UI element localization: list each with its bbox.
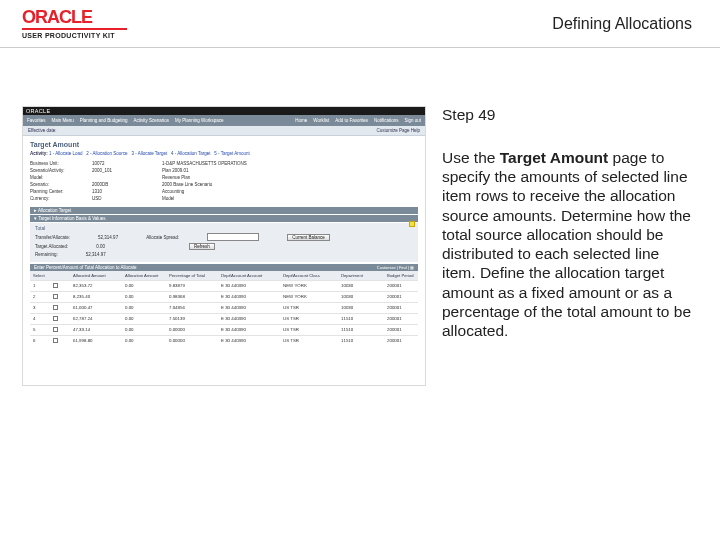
table-row: 361,000.470.007.04856E 30 440390US TSR10… [30, 302, 418, 313]
row-cell: 200001 [387, 316, 426, 322]
row-cell: US TSR [283, 338, 339, 344]
row-checkbox[interactable] [53, 294, 71, 300]
ss-field-label: Scenario/Activity: [30, 168, 92, 173]
ss-table-tools[interactable]: Customize | Find | ▦ [377, 265, 414, 270]
ss-col[interactable]: Dept/Account Class [283, 273, 339, 278]
ss-subbar: Effective date: Customize Page Help [23, 126, 425, 136]
row-cell: 9.83879 [169, 283, 219, 289]
row-cell: 61,998.80 [73, 338, 123, 344]
ss-crumb-step[interactable]: 2 - Allocation Source [86, 151, 127, 156]
row-cell: 0.00000 [169, 338, 219, 344]
ss-nav-item[interactable]: Main Menu [52, 118, 74, 123]
refresh-button[interactable]: Refresh [189, 243, 215, 250]
row-index: 1 [33, 283, 51, 289]
ss-brand-bar: ORACLE [23, 107, 425, 115]
row-cell: 200001 [387, 327, 426, 333]
note-icon[interactable] [409, 221, 415, 227]
current-balance-button[interactable]: Current Balance [287, 234, 330, 241]
ss-field-value: USD [92, 196, 162, 201]
ss-label: Allocate Spread: [146, 235, 179, 240]
ss-total-label: Total [35, 226, 413, 231]
instruction-panel: Step 49 Use the Target Amount page to sp… [442, 106, 694, 340]
row-cell: E 30 440390 [221, 294, 281, 300]
logo-divider [22, 28, 127, 30]
row-cell: 62,787.24 [73, 316, 123, 322]
ss-band-target-info[interactable]: ▾ Target Information Basis & Values [30, 215, 418, 222]
ss-col[interactable]: Percentage of Total [169, 273, 219, 278]
ss-field-label: Business Unit: [30, 161, 92, 166]
ss-nav-item[interactable]: Notifications [374, 118, 399, 123]
ss-field-grid: Business Unit:100721-D&P MASSACHUSETTS O… [30, 161, 418, 201]
row-cell: 11510 [341, 327, 385, 333]
logo-subtitle: USER PRODUCTIVITY KIT [22, 32, 127, 39]
row-checkbox[interactable] [53, 305, 71, 311]
ss-value: 52,314.97 [98, 235, 118, 240]
ss-col [53, 273, 71, 278]
desc-bold: Target Amount [500, 149, 609, 166]
ss-effective-date: Effective date: [28, 128, 56, 133]
row-cell: US TSR [283, 327, 339, 333]
ss-nav-item[interactable]: Sign out [404, 118, 421, 123]
row-cell: 10030 [341, 294, 385, 300]
row-cell: 0.98368 [169, 294, 219, 300]
ss-crumb-step[interactable]: 1 - Allocate Load [49, 151, 83, 156]
ss-nav-item[interactable]: Activity Scenarios [134, 118, 170, 123]
ss-label: Transfer/Allocate: [35, 235, 70, 240]
ss-field-value: Model [162, 196, 342, 201]
ss-nav-item[interactable]: Favorites [27, 118, 46, 123]
ss-crumb-step[interactable]: 5 - Target Amount [214, 151, 249, 156]
row-checkbox[interactable] [53, 327, 71, 333]
ss-nav-item[interactable]: Planning and Budgeting [80, 118, 128, 123]
ss-col[interactable]: Department [341, 273, 385, 278]
table-row: 28,235.400.000.98368E 30 440390NEW YORK1… [30, 291, 418, 302]
ss-nav-item[interactable]: My Planning Workspace [175, 118, 223, 123]
table-row: 182,353.720.009.83879E 30 440390NEW YORK… [30, 280, 418, 291]
row-cell: 10030 [341, 305, 385, 311]
content-area: ORACLE Favorites Main Menu Planning and … [0, 48, 720, 386]
ss-field-value: 10072 [92, 161, 162, 166]
ss-field-label: Planning Center: [30, 189, 92, 194]
row-cell: 7.04856 [169, 305, 219, 311]
row-cell: NEW YORK [283, 283, 339, 289]
row-cell: 0.00 [125, 294, 167, 300]
row-cell: 200001 [387, 283, 426, 289]
ss-col[interactable]: Dept/Account Account [221, 273, 281, 278]
ss-nav-item[interactable]: Worklist [313, 118, 329, 123]
ss-field-value [92, 175, 162, 180]
page-header: ORACLE USER PRODUCTIVITY KIT Defining Al… [0, 0, 720, 48]
row-cell: 200001 [387, 338, 426, 344]
row-cell: 200001 [387, 294, 426, 300]
ss-col[interactable]: Allocation Amount [125, 273, 167, 278]
row-index: 3 [33, 305, 51, 311]
ss-nav-item[interactable]: Home [295, 118, 307, 123]
step-number: Step 49 [442, 106, 694, 124]
row-checkbox[interactable] [53, 338, 71, 344]
ss-nav-item[interactable]: Add to Favorites [335, 118, 368, 123]
ss-crumb-step[interactable]: 4 - Allocation Target [171, 151, 210, 156]
row-checkbox[interactable] [53, 283, 71, 289]
ss-band-allocation-target[interactable]: ▸ Allocation Target [30, 207, 418, 214]
ss-col[interactable]: Budget Period [387, 273, 426, 278]
ss-crumb-step[interactable]: 3 - Allocate Target [131, 151, 167, 156]
ss-field-value: 2000DB [92, 182, 162, 187]
row-cell: 10030 [341, 283, 385, 289]
allocate-spread-input[interactable] [207, 233, 259, 241]
oracle-wordmark: ORACLE [22, 8, 127, 26]
ss-field-label: Model: [30, 175, 92, 180]
ss-col[interactable]: Select [33, 273, 51, 278]
ss-field-value: 2000 Base Line Scenario [162, 182, 342, 187]
ss-subbar-right[interactable]: Customize Page Help [376, 128, 420, 133]
ss-band-label: Allocation Target [38, 208, 71, 213]
page-title: Defining Allocations [552, 15, 692, 33]
ss-col-headers: Select Allocated Amount Allocation Amoun… [30, 271, 418, 280]
row-cell: E 30 440390 [221, 305, 281, 311]
ss-field-value: Revenue Plan [162, 175, 342, 180]
ss-table-title: Enter Percent/Amount of Total Allocation… [30, 264, 418, 271]
row-cell: 0.00 [125, 283, 167, 289]
row-checkbox[interactable] [53, 316, 71, 322]
ss-field-label: Scenario: [30, 182, 92, 187]
row-cell: E 30 440390 [221, 327, 281, 333]
ss-col[interactable]: Allocated Amount [73, 273, 123, 278]
row-cell: 82,353.72 [73, 283, 123, 289]
ss-nav: Favorites Main Menu Planning and Budgeti… [23, 115, 425, 126]
